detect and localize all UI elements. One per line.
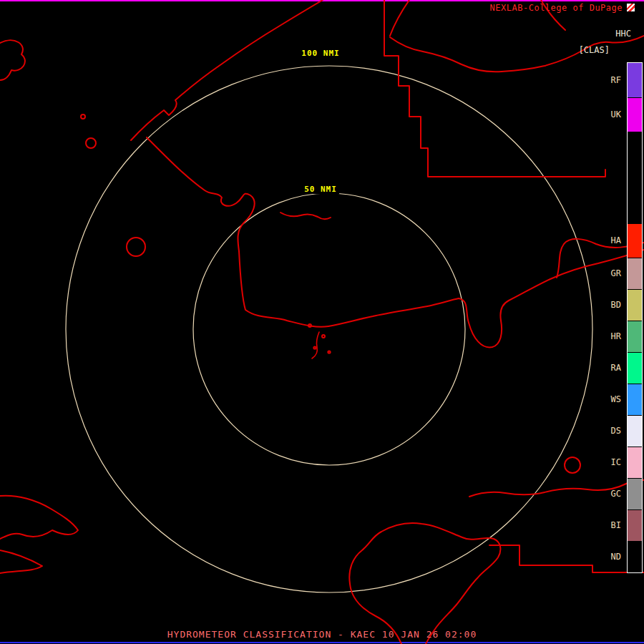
- legend-swatch-ND: [628, 541, 642, 572]
- legend-swatch-HA: [628, 223, 642, 258]
- legend-swatch-GC: [628, 478, 642, 509]
- legend-swatch-IC: [628, 447, 642, 478]
- legend-label-WS: WS: [611, 394, 621, 405]
- legend-swatch-HR: [628, 321, 642, 352]
- range-ring-100nmi: [66, 66, 592, 592]
- legend-swatch-DS: [628, 415, 642, 447]
- legend-swatch-RA: [628, 352, 642, 384]
- brand-text: NEXLAB-College of DuPage: [490, 3, 623, 13]
- legend-label-UK: UK: [611, 109, 621, 120]
- legend-label-ND: ND: [611, 551, 621, 562]
- legend-swatch-RF: [628, 63, 642, 97]
- legend-label-IC: IC: [611, 457, 621, 468]
- legend-label-GC: GC: [611, 488, 621, 499]
- radar-display: 100 NMI 50 NMI NEXLAB-College of DuPage …: [0, 0, 644, 644]
- legend-label-DS: DS: [611, 425, 621, 436]
- legend-label-RA: RA: [611, 362, 621, 374]
- legend-swatch-BD: [628, 289, 642, 321]
- legend-swatch-BI: [628, 509, 642, 541]
- brand-badge-icon: [627, 4, 635, 11]
- range-ring-50nmi: [193, 193, 465, 465]
- legend-label-RF: RF: [611, 74, 621, 86]
- legend-swatch-WS: [628, 384, 642, 415]
- range-ring-label-50nmi: 50 NMI: [302, 185, 339, 194]
- legend-swatch-UK: [628, 97, 642, 132]
- classification-label: [CLAS]: [579, 45, 610, 55]
- product-code-label: HHC: [615, 29, 631, 39]
- legend-label-BD: BD: [611, 299, 621, 311]
- legend-label-GR: GR: [611, 268, 621, 279]
- radar-map: [0, 0, 644, 644]
- legend-swatch-gap: [628, 132, 642, 223]
- legend-label-HR: HR: [611, 331, 621, 342]
- map-outlines: [0, 0, 644, 644]
- legend-label-HA: HA: [611, 235, 621, 246]
- legend-bar: [627, 62, 643, 573]
- legend-label-BI: BI: [611, 519, 621, 531]
- range-ring-label-100nmi: 100 NMI: [299, 49, 341, 58]
- product-title: HYDROMETEOR CLASSIFICATION - KAEC 10 JAN…: [0, 629, 644, 640]
- range-rings: [66, 66, 592, 592]
- legend-swatch-GR: [628, 258, 642, 289]
